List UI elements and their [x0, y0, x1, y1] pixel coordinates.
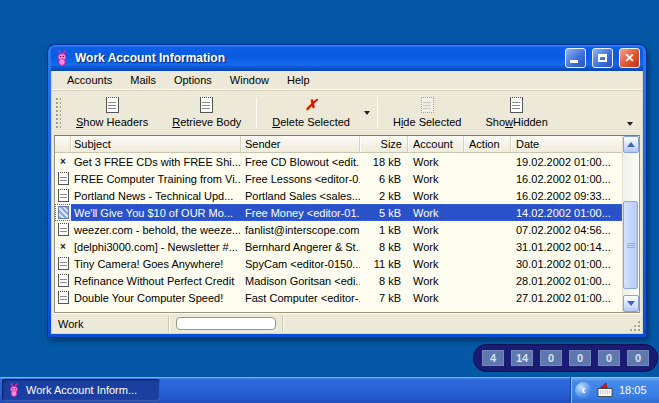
delete-selected-button[interactable]: ✗ Delete Selected — [260, 93, 362, 132]
scrollbar-thumb[interactable] — [623, 201, 638, 289]
scroll-down-button[interactable] — [623, 295, 639, 312]
delete-selected-dropdown-button[interactable] — [362, 93, 374, 132]
cell-sender: Madison Goritsan <edi... — [241, 275, 360, 287]
desktop: Work Account Information ✕ Accounts Mail… — [0, 0, 659, 403]
chevron-down-icon — [364, 111, 370, 115]
note-icon — [58, 257, 69, 270]
note-icon — [58, 172, 69, 185]
cell-date: 16.02.2002 01:00... — [511, 173, 622, 185]
hide-selected-button[interactable]: Hide Selected — [381, 93, 474, 132]
table-row[interactable]: Refinance Without Perfect CreditMadison … — [55, 272, 622, 289]
note-icon — [58, 291, 69, 304]
cell-subject: We'll Give You $10 of OUR Mo... — [71, 204, 241, 221]
column-header-account[interactable]: Account — [408, 136, 464, 152]
column-header-subject[interactable]: Subject — [71, 136, 241, 152]
note-icon — [58, 189, 69, 202]
menu-window[interactable]: Window — [221, 72, 278, 89]
tray-collapse-button[interactable]: ‹ — [575, 382, 592, 399]
cell-size: 11 kB — [360, 258, 408, 270]
menubar: Accounts Mails Options Window Help — [52, 71, 642, 90]
row-status-icon-cell — [55, 257, 71, 270]
mail-count-badge: 0 — [627, 350, 649, 366]
maximize-button[interactable] — [592, 48, 613, 68]
menu-mails[interactable]: Mails — [121, 72, 165, 89]
retrieve-body-button[interactable]: Retrieve Body — [160, 93, 253, 132]
table-row[interactable]: We'll Give You $10 of OUR Mo...Free Mone… — [55, 204, 622, 221]
mail-list: Subject Sender Size Account Action Date … — [54, 135, 640, 313]
chevron-left-icon: ‹ — [582, 384, 586, 396]
table-row[interactable]: FREE Computer Training from Vi...Free Le… — [55, 170, 622, 187]
scroll-up-button[interactable] — [623, 136, 639, 153]
column-header-sender[interactable]: Sender — [241, 136, 360, 152]
scrollbar-track[interactable] — [623, 153, 639, 295]
mail-count-badge: 0 — [569, 350, 591, 366]
notes-disabled-icon — [421, 97, 434, 113]
column-header-action[interactable]: Action — [464, 136, 511, 152]
titlebar[interactable]: Work Account Information ✕ — [51, 45, 643, 71]
cell-subject: Tiny Camera! Goes Anywhere! — [71, 258, 241, 270]
cell-size: 1 kB — [360, 224, 408, 236]
mail-count-badge: 0 — [540, 350, 562, 366]
menu-accounts[interactable]: Accounts — [58, 72, 121, 89]
status-account-label: Work — [55, 316, 169, 331]
show-hidden-button[interactable]: Show Hidden — [473, 93, 559, 132]
cell-date: 27.01.2002 01:00... — [511, 292, 622, 304]
mail-checker-tray-icon[interactable] — [596, 382, 614, 398]
statusbar: Work — [52, 313, 642, 333]
row-status-icon-cell — [55, 291, 71, 304]
notes-icon — [200, 97, 213, 113]
resize-grip[interactable] — [628, 319, 641, 332]
arrow-up-icon — [627, 142, 635, 147]
cell-sender: SpyCam <editor-0150... — [241, 258, 360, 270]
mail-counts-panel: 4140000 — [474, 345, 657, 371]
system-tray: ‹ 18:05 — [570, 377, 659, 403]
toolbar-separator — [256, 97, 257, 128]
cell-size: 2 kB — [360, 190, 408, 202]
hatch-icon — [58, 206, 69, 219]
row-status-icon-cell — [55, 172, 71, 185]
taskbar-button-label: Work Account Inform... — [26, 384, 137, 396]
close-button[interactable]: ✕ — [619, 48, 640, 68]
table-row[interactable]: ×Get 3 FREE CDs with FREE Shi...Free CD … — [55, 153, 622, 170]
table-row[interactable]: Portland News - Technical Upd...Portland… — [55, 187, 622, 204]
vertical-scrollbar[interactable] — [622, 136, 639, 312]
table-row[interactable]: Tiny Camera! Goes Anywhere!SpyCam <edito… — [55, 255, 622, 272]
show-headers-button[interactable]: Show Headers — [64, 93, 160, 132]
progress-bar — [176, 317, 276, 330]
window-body: Accounts Mails Options Window Help Show … — [51, 71, 643, 334]
taskbar-clock[interactable]: 18:05 — [619, 384, 647, 396]
cell-account: Work — [408, 190, 464, 202]
column-header-size[interactable]: Size — [360, 136, 408, 152]
menu-options[interactable]: Options — [165, 72, 221, 89]
toolbar-overflow-button[interactable] — [625, 122, 637, 126]
cell-date: 14.02.2002 01:00... — [511, 204, 622, 221]
table-row[interactable]: weezer.com - behold, the weeze...fanlist… — [55, 221, 622, 238]
mail-count-badge: 4 — [482, 350, 504, 366]
row-status-icon-cell — [55, 206, 71, 219]
cell-sender: Fast Computer <editor-... — [241, 292, 360, 304]
arrow-down-icon — [627, 301, 635, 306]
table-row[interactable]: ×[delphi3000.com] - Newsletter #...Bernh… — [55, 238, 622, 255]
note-icon — [58, 223, 69, 236]
cell-date: 31.01.2002 00:14... — [511, 241, 622, 253]
minimize-button[interactable] — [565, 48, 586, 68]
mail-count-badge: 0 — [598, 350, 620, 366]
column-header-icon[interactable] — [55, 136, 71, 152]
mail-list-rows: ×Get 3 FREE CDs with FREE Shi...Free CD … — [55, 153, 622, 312]
minimize-icon — [570, 60, 578, 63]
mail-count-badge: 14 — [511, 350, 533, 366]
cell-subject: FREE Computer Training from Vi... — [71, 173, 241, 185]
row-status-icon-cell — [55, 189, 71, 202]
cell-subject: Refinance Without Perfect Credit — [71, 275, 241, 287]
column-header-date[interactable]: Date — [511, 136, 622, 152]
taskbar-button-work-account[interactable]: Work Account Inform... — [2, 379, 160, 401]
close-icon: ✕ — [624, 52, 634, 64]
taskbar: Work Account Inform... ‹ 18:05 — [0, 377, 659, 403]
toolbar-grip-handle[interactable] — [55, 97, 61, 128]
cell-sender: fanlist@interscope.com — [241, 224, 360, 236]
table-row[interactable]: Double Your Computer Speed!Fast Computer… — [55, 289, 622, 306]
app-icon pink-mouse-icon — [54, 50, 70, 66]
note-icon — [58, 274, 69, 287]
menu-help[interactable]: Help — [278, 72, 319, 89]
row-status-icon-cell: × — [55, 157, 71, 167]
